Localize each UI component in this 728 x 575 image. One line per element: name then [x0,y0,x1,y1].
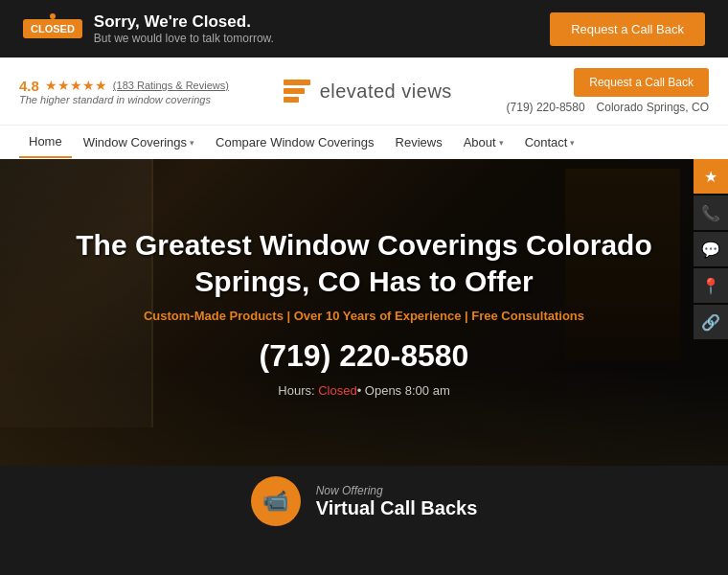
nav-contact-label: Contact [525,135,568,150]
closed-status: Closed [318,383,356,398]
bottom-text: Now Offering Virtual Call Backs [316,484,478,519]
virtual-title: Virtual Call Backs [316,497,478,519]
closed-title: Sorry, We're Closed. [94,12,274,32]
tagline: The higher standard in window coverings [19,94,229,105]
logo: elevated views [284,80,452,103]
chevron-down-icon-contact: ▾ [570,138,575,148]
nav-item-contact[interactable]: Contact ▾ [515,127,585,157]
nav-home-label: Home [29,134,62,149]
hero-subtitle: Custom-Made Products | Over 10 Years of … [19,309,709,323]
logo-text: elevated views [320,80,452,103]
closed-badge: CLOSED [23,19,82,38]
chevron-down-icon: ▾ [190,138,194,148]
float-btn-favorite[interactable]: ★ [694,159,728,194]
float-sidebar: ★ 📞 💬 📍 🔗 [694,159,728,339]
nav-window-label: Window Coverings [83,135,187,150]
virtual-callbacks-icon: 📹 [251,476,301,526]
navigation: Home Window Coverings ▾ Compare Window C… [0,125,728,159]
hero-title: The Greatest Window Coverings Colorado S… [19,227,709,299]
rating-number: 4.8 [19,78,39,94]
bottom-strip: 📹 Now Offering Virtual Call Backs [0,466,728,537]
closed-subtitle: But we would love to talk tomorrow. [94,32,274,45]
reviews-link[interactable]: (183 Ratings & Reviews) [113,80,229,91]
header-right: Request a Call Back (719) 220-8580 Color… [507,68,709,114]
nav-item-compare[interactable]: Compare Window Coverings [206,127,383,157]
video-icon: 📹 [262,489,288,514]
header-left: 4.8 ★★★★★ (183 Ratings & Reviews) The hi… [19,78,229,105]
closed-bar-cta-button[interactable]: Request a Call Back [550,12,705,46]
float-btn-location[interactable]: 📍 [694,268,728,303]
float-btn-phone[interactable]: 📞 [694,196,728,230]
header-location: Colorado Springs, CO [597,101,709,114]
closed-bar: CLOSED Sorry, We're Closed. But we would… [0,0,728,58]
hours-prefix: Hours: [278,383,318,398]
nav-about-label: About [464,135,496,150]
hero-phone: (719) 220-8580 [19,338,709,374]
nav-reviews-label: Reviews [396,135,443,150]
nav-item-home[interactable]: Home [19,126,72,158]
float-btn-share[interactable]: 🔗 [694,305,728,339]
logo-icon [284,80,310,103]
hero-content: The Greatest Window Coverings Colorado S… [0,227,728,398]
nav-compare-label: Compare Window Coverings [216,135,374,150]
logo-bar-3 [284,97,299,103]
header-phone: (719) 220-8580 [507,101,585,114]
offering-label: Now Offering [316,484,478,497]
header: 4.8 ★★★★★ (183 Ratings & Reviews) The hi… [0,58,728,125]
hero-section: The Greatest Window Coverings Colorado S… [0,159,728,466]
closed-text: Sorry, We're Closed. But we would love t… [94,12,274,45]
logo-bar-2 [284,88,305,94]
nav-item-reviews[interactable]: Reviews [386,127,452,157]
nav-item-about[interactable]: About ▾ [454,127,513,157]
closed-info: CLOSED Sorry, We're Closed. But we would… [23,12,274,45]
hours-suffix: • Opens 8:00 am [357,383,450,398]
float-btn-chat[interactable]: 💬 [694,232,728,266]
header-contact: (719) 220-8580 Colorado Springs, CO [507,101,709,114]
nav-item-window-coverings[interactable]: Window Coverings ▾ [74,127,204,157]
logo-bar-1 [284,80,310,85]
rating-row: 4.8 ★★★★★ (183 Ratings & Reviews) [19,78,229,94]
chevron-down-icon-about: ▾ [499,138,504,148]
stars-icon: ★★★★★ [45,78,107,93]
header-cta-button[interactable]: Request a Call Back [574,68,709,97]
hero-hours: Hours: Closed• Opens 8:00 am [19,383,709,398]
